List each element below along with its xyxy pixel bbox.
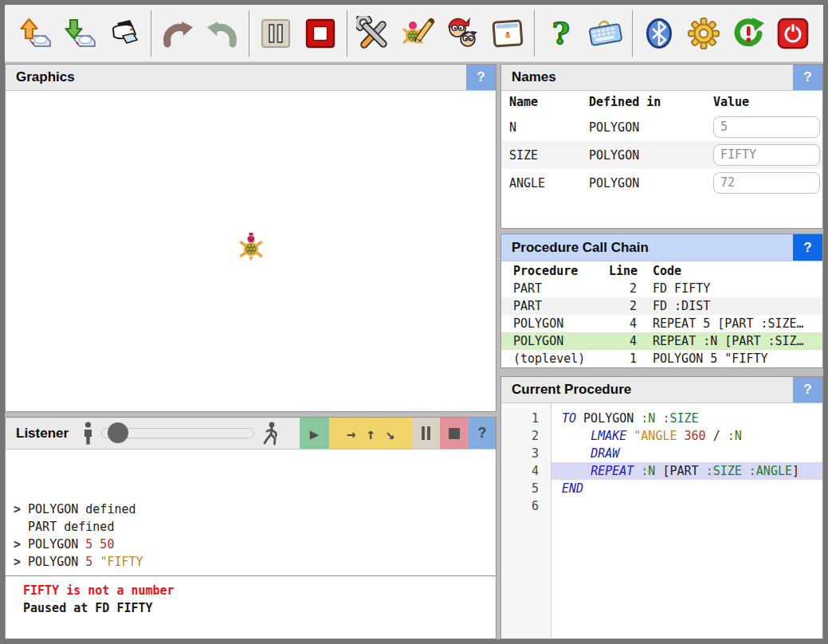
- stop-button[interactable]: [298, 7, 343, 60]
- call-chain-procedure: PART: [513, 297, 609, 315]
- listener-status-line: Paused at FD FIFTY: [23, 599, 496, 617]
- code-token: [562, 429, 591, 443]
- run-button[interactable]: ▶: [300, 418, 329, 449]
- code-token: /: [706, 429, 728, 443]
- settings-gear-icon: [686, 16, 721, 51]
- step-over-icon[interactable]: →: [347, 425, 355, 442]
- code-token: ]: [792, 464, 799, 478]
- code-token: POLYGON: [28, 555, 85, 569]
- listener-controls: ▶ → ↑ ↘ ?: [300, 418, 496, 449]
- column-header-value: Value: [713, 95, 749, 109]
- stop-square-icon: [449, 428, 460, 439]
- call-chain-row[interactable]: POLYGON4REPEAT 5 [PART :SIZE…: [501, 315, 822, 332]
- bluetooth-button[interactable]: [637, 7, 681, 60]
- variable-name: N: [509, 120, 589, 135]
- characters-icon: [445, 16, 481, 51]
- save-to-disk-icon: [18, 16, 53, 51]
- code-token: [PART: [655, 464, 705, 478]
- turtle-sprite[interactable]: [238, 233, 264, 261]
- step-out-icon[interactable]: ↑: [366, 425, 375, 442]
- project-screen-button[interactable]: [485, 7, 530, 60]
- line-number: 6: [501, 497, 551, 515]
- call-chain-row[interactable]: PART2FD :DIST: [501, 297, 822, 315]
- current-procedure-help-button[interactable]: ?: [793, 377, 822, 402]
- speed-slider-knob[interactable]: [108, 422, 128, 443]
- call-chain-row[interactable]: POLYGON4REPEAT :N [PART :SIZ…: [501, 332, 822, 350]
- call-chain-panel-title: Procedure Call Chain: [512, 240, 649, 256]
- edit-turtle-button[interactable]: [396, 7, 441, 60]
- line-number: 1: [501, 410, 551, 427]
- procedure-code-line[interactable]: 6: [501, 497, 822, 515]
- command-input-line[interactable]: > Enter commands here; press ENTER to ex…: [6, 627, 496, 644]
- prompt-chevron: >: [14, 555, 28, 569]
- graphics-panel: Graphics ?: [5, 64, 496, 412]
- stop-execution-button[interactable]: [440, 418, 469, 449]
- code-token: [634, 464, 641, 478]
- procedure-code-line[interactable]: 1TO POLYGON :N :SIZE: [501, 410, 822, 427]
- keyboard-button[interactable]: [583, 7, 628, 60]
- variable-value-input[interactable]: FIFTY: [713, 144, 820, 166]
- call-chain-procedure: POLYGON: [513, 315, 609, 332]
- tools-button[interactable]: [351, 7, 396, 60]
- step-into-icon[interactable]: ↘: [386, 425, 394, 442]
- listener-history-line: > POLYGON defined: [6, 501, 496, 518]
- variable-name: SIZE: [509, 148, 589, 163]
- redo-button[interactable]: [155, 7, 200, 60]
- speed-slider[interactable]: [101, 428, 254, 438]
- pause-button[interactable]: [253, 7, 298, 60]
- call-chain-row[interactable]: (toplevel)1POLYGON 5 "FIFTY: [501, 350, 822, 367]
- load-button[interactable]: [57, 7, 102, 60]
- column-header-name: Name: [509, 95, 589, 109]
- edit-turtle-icon: [401, 16, 436, 51]
- procedure-code-line[interactable]: 5END: [501, 480, 822, 497]
- code-token: 5: [85, 555, 92, 569]
- call-chain-line: 1: [609, 350, 637, 367]
- power-button[interactable]: [771, 7, 815, 60]
- procedure-editor[interactable]: 1TO POLYGON :N :SIZE2 LMAKE "ANGLE 360 /…: [501, 403, 822, 638]
- save-button[interactable]: [13, 7, 57, 60]
- listener-header: Listener ▶: [6, 418, 496, 450]
- variable-defined-in: POLYGON: [589, 148, 713, 163]
- listener-output[interactable]: > POLYGON defined PART defined> POLYGON …: [6, 450, 496, 638]
- call-chain-code: REPEAT 5 [PART :SIZE…: [653, 315, 822, 332]
- keyboard-icon: [587, 16, 624, 51]
- toolbar-separator: [534, 10, 535, 57]
- graphics-panel-header: Graphics ?: [6, 65, 496, 91]
- variable-value-input[interactable]: 72: [713, 172, 820, 194]
- main-toolbar: ?: [5, 5, 823, 62]
- settings-button[interactable]: [681, 7, 726, 60]
- code-token: PART defined: [28, 520, 114, 534]
- undo-button[interactable]: [200, 7, 245, 60]
- print-button[interactable]: [102, 7, 147, 60]
- current-procedure-panel: Current Procedure ? 1TO POLYGON :N :SIZE…: [500, 376, 823, 639]
- code-token: 5 50: [85, 537, 114, 552]
- column-header-defined-in: Defined in: [589, 95, 713, 109]
- characters-button[interactable]: [441, 7, 485, 60]
- column-header-line: Line: [609, 264, 637, 278]
- call-chain-row[interactable]: PART2FD FIFTY: [501, 280, 822, 297]
- pause-execution-button[interactable]: [412, 418, 440, 449]
- call-chain-help-button[interactable]: ?: [793, 234, 822, 261]
- restart-button[interactable]: [726, 7, 771, 60]
- code-token: :SIZE: [706, 464, 742, 478]
- call-chain-line: 4: [609, 332, 637, 350]
- help-button[interactable]: ?: [539, 7, 583, 60]
- names-help-button[interactable]: ?: [793, 65, 822, 90]
- names-table-header: Name Defined in Value: [501, 91, 822, 113]
- variable-defined-in: POLYGON: [589, 120, 713, 135]
- code-token: 360: [685, 429, 706, 443]
- procedure-code-line[interactable]: 4 REPEAT :N [PART :SIZE :ANGLE]: [501, 462, 822, 480]
- graphics-canvas[interactable]: [6, 91, 496, 411]
- procedure-code-line[interactable]: 2 LMAKE "ANGLE 360 / :N: [501, 427, 822, 445]
- listener-history-line: PART defined: [6, 518, 496, 536]
- variable-value-input[interactable]: 5: [713, 116, 820, 138]
- procedure-code-line[interactable]: 3 DRAW: [501, 445, 822, 462]
- prompt-chevron: [14, 520, 28, 534]
- listener-help-button[interactable]: ?: [469, 418, 496, 449]
- graphics-help-button[interactable]: ?: [466, 65, 496, 90]
- call-chain-code: FD :DIST: [653, 297, 822, 315]
- code-text: END: [551, 480, 822, 497]
- call-chain-table: Procedure Line Code PART2FD FIFTYPART2FD…: [501, 261, 822, 367]
- toolbar-separator: [632, 10, 633, 57]
- call-chain-panel: Procedure Call Chain ? Procedure Line Co…: [500, 234, 823, 368]
